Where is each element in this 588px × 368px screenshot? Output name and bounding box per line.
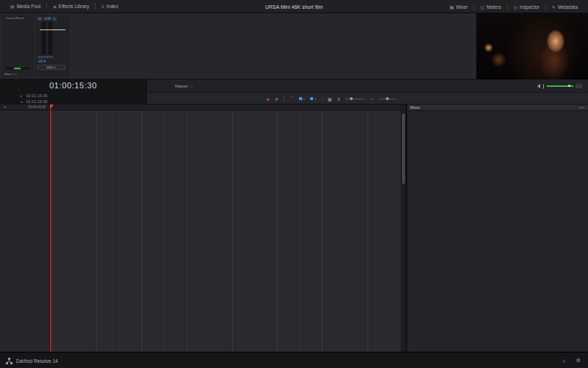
effects-library-icon: ◈	[53, 4, 57, 9]
pointer-tool-icon[interactable]: ➤	[266, 96, 270, 102]
out-point-icon: ◂	[21, 99, 23, 104]
button-metadata[interactable]: ✎Metadata	[546, 0, 584, 13]
button-index[interactable]: ≡Index	[96, 0, 123, 13]
scrollbar-thumb[interactable]	[402, 113, 405, 184]
button-meters[interactable]: ◫Meters	[474, 0, 507, 13]
button-label: Index	[107, 4, 118, 9]
metadata-icon: ✎	[552, 4, 556, 10]
index-icon: ≡	[101, 4, 104, 9]
timeline-settings-icon[interactable]: ⊙	[4, 105, 7, 109]
in-point-timecode: 01:01:15:30	[26, 93, 48, 98]
home-icon[interactable]: ⌂	[562, 358, 565, 364]
chevron-down-icon: ∨	[190, 85, 193, 88]
header-timecode: 00:00:00:00	[28, 105, 46, 109]
page-tabs	[0, 353, 588, 368]
main-timecode: 01:00:15:30	[0, 79, 146, 93]
loudness-s-button[interactable]: S	[52, 17, 57, 21]
flag-color-dropdown[interactable]: ∨	[310, 97, 316, 101]
button-mixer[interactable]: ▦Mixer	[444, 0, 474, 13]
button-label: Effects Library	[59, 4, 89, 9]
out-point-timecode: 01:01:15:30	[26, 99, 48, 104]
monitor-source-dropdown[interactable]: Main 1 ∨	[4, 72, 17, 76]
chevron-down-icon: ∨	[15, 72, 17, 76]
speaker-icon	[537, 84, 540, 88]
vertical-scrollbar[interactable]	[401, 105, 406, 352]
control-room-meters	[8, 22, 27, 65]
marker-icon	[299, 97, 302, 100]
button-inspector[interactable]: ◎Inspector	[508, 0, 545, 13]
timeline-ruler[interactable]	[50, 105, 401, 110]
video-preview	[476, 13, 588, 79]
zoom-horizontal-icon[interactable]: ⇔	[370, 96, 374, 101]
button-label: Media Pool	[17, 4, 41, 9]
control-room-title: Control Room	[5, 16, 24, 20]
loudness-meter: M -6.88 S INTEGRATED -20.4 MAIN ∨	[35, 16, 68, 76]
loudness-bus-dropdown[interactable]: MAIN ∨	[37, 65, 65, 70]
mixer-title: Mixer	[410, 105, 420, 110]
zoom-slider[interactable]	[379, 99, 395, 99]
settings-gear-icon[interactable]: ⚙	[576, 358, 581, 364]
control-room-panel: Control Room Main 1 ∨ M -6.88 S INTEGRAT…	[2, 15, 70, 77]
monitor-volume	[537, 79, 582, 93]
inspector-icon: ◎	[514, 4, 517, 10]
keyboard-icon[interactable]: ▦	[328, 96, 332, 102]
timeline-tools: ➤ ✛ ⌒ ∨ ∨ ▦ ⇕ ⇔	[266, 93, 395, 105]
top-toolbar: ▤Media Pool◈Effects Library≡Index URSA M…	[0, 0, 588, 13]
integrated-value: -20.4	[37, 59, 68, 63]
clip-area	[50, 110, 401, 352]
button-label: Metadata	[558, 4, 578, 10]
timeline-rows	[50, 110, 401, 352]
mute-button[interactable]	[576, 84, 582, 88]
button-effects-library[interactable]: ◈Effects Library	[47, 0, 95, 13]
mixer-menu-icon[interactable]: •••	[579, 105, 585, 110]
media-pool-icon: ▤	[10, 4, 15, 9]
in-point-icon: ▸	[21, 93, 23, 98]
mixer-panel: Mixer •••	[406, 105, 588, 352]
loudness-bars	[42, 22, 60, 54]
top-left-buttons: ▤Media Pool◈Effects Library≡Index	[0, 0, 124, 13]
divider	[322, 96, 323, 102]
fairlight-page: ▤Media Pool◈Effects Library≡Index URSA M…	[0, 0, 588, 368]
speaker-wave-icon	[542, 84, 544, 89]
loudness-momentary-value: -6.88	[43, 17, 51, 21]
mixer-icon: ▦	[450, 4, 454, 10]
control-room-level-slider[interactable]	[6, 68, 29, 69]
playhead-marker[interactable]	[50, 105, 54, 108]
button-label: Mixer	[456, 4, 467, 10]
loudness-m-button[interactable]: M	[37, 17, 42, 21]
button-label: Meters	[487, 4, 501, 10]
button-media-pool[interactable]: ▤Media Pool	[4, 0, 46, 13]
divider	[284, 96, 284, 102]
playhead-line	[50, 105, 51, 352]
meters-panel: Control Room Main 1 ∨ M -6.88 S INTEGRAT…	[0, 13, 476, 79]
range-tool-icon[interactable]: ✛	[275, 96, 279, 102]
marker-color-dropdown[interactable]: ∨	[299, 97, 305, 101]
timeline-selector-dropdown[interactable]: Master∨	[175, 79, 193, 93]
volume-slider[interactable]	[547, 85, 573, 87]
flag-tool-icon[interactable]: ⌒	[290, 96, 294, 102]
timecode-block: 01:00:15:30 ▸01:01:15:30 ◂01:01:15:30	[0, 79, 147, 105]
loudness-target-line	[40, 29, 65, 30]
track-header-column: ⊙ 00:00:00:00	[0, 105, 50, 352]
flag-icon	[310, 97, 313, 100]
top-right-buttons: ▦Mixer◫Meters◎Inspector✎Metadata	[444, 0, 584, 13]
timeline[interactable]	[50, 105, 401, 352]
bottom-bar: DaVinci Resolve 14 ⌂ ⚙	[0, 352, 588, 368]
meters-icon: ◫	[480, 4, 484, 10]
track-height-icon[interactable]: ⇕	[337, 96, 340, 102]
mixer-strips	[407, 111, 588, 352]
track-height-slider[interactable]	[345, 99, 365, 99]
button-label: Inspector	[520, 4, 539, 10]
